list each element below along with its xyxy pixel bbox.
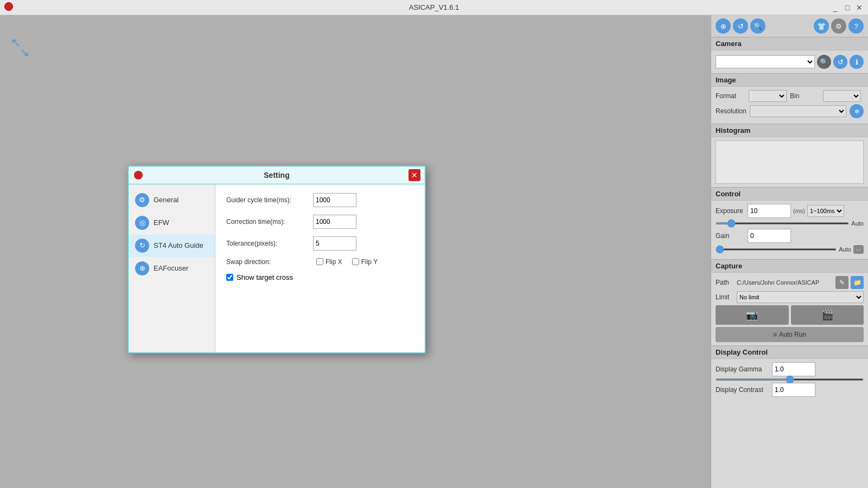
correction-time-input[interactable] [314, 218, 356, 226]
sidebar-icon-shirt[interactable]: 👕 [814, 18, 829, 34]
control-section: Exposure (ms) 1~100ms Auto Gain [711, 201, 868, 259]
gamma-input-wrapper[interactable] [772, 362, 815, 376]
resolution-icon-button[interactable]: ⊕ [850, 104, 864, 118]
path-value: C:/Users/John Connor/ASICAP [737, 279, 833, 286]
limit-dropdown[interactable]: No limit [737, 291, 864, 303]
efw-nav-label: EFW [154, 219, 169, 227]
exposure-input-wrapper[interactable] [748, 204, 791, 218]
resolution-label: Resolution [716, 107, 746, 115]
gain-auto-label: Auto [839, 246, 851, 253]
gain-label: Gain [716, 232, 745, 240]
dialog-sidebar: ⚙ General ◎ EFW ↻ ST4 Auto Guide ⊕ EAFoc… [129, 184, 215, 352]
st4-nav-icon: ↻ [135, 239, 149, 253]
gain-more-button[interactable]: ··· [853, 245, 864, 254]
gain-slider-row: Auto ··· [716, 245, 864, 254]
gamma-slider[interactable] [716, 378, 864, 381]
correction-time-row: Correction time(ms): [226, 215, 414, 229]
camera-info-button[interactable]: ℹ [850, 55, 864, 69]
sidebar-icon-gear[interactable]: ⚙ [831, 18, 846, 34]
main-area: ↖ ↘ Setting ✕ ⚙ General ◎ EFW [0, 15, 711, 488]
gain-input-wrapper[interactable] [748, 229, 791, 243]
eafocuser-nav-icon: ⊕ [135, 261, 149, 275]
flip-x-checkbox[interactable] [316, 258, 323, 265]
setting-dialog: Setting ✕ ⚙ General ◎ EFW ↻ ST4 A [127, 165, 426, 354]
gain-input[interactable] [748, 232, 791, 240]
maximize-button[interactable]: □ [843, 3, 852, 12]
flip-x-item: Flip X [316, 258, 342, 266]
dialog-nav-eafocuser[interactable]: ⊕ EAFocuser [129, 257, 215, 280]
capture-video-button[interactable]: 🎬 [791, 305, 864, 325]
exposure-input[interactable] [748, 207, 791, 215]
path-label: Path [716, 279, 735, 286]
exposure-slider-row: Auto [716, 220, 864, 227]
flip-y-item: Flip Y [352, 258, 378, 266]
gamma-input[interactable] [773, 365, 815, 373]
contrast-input[interactable] [773, 386, 815, 394]
dialog-content: Guider cycle time(ms): Correction time(m… [215, 184, 425, 352]
sidebar-icon-search[interactable]: 🔍 [750, 18, 765, 34]
efw-nav-icon: ◎ [135, 216, 149, 230]
close-button[interactable]: ✕ [855, 3, 864, 12]
st4-nav-label: ST4 Auto Guide [154, 241, 203, 249]
format-dropdown[interactable] [749, 90, 787, 102]
exposure-auto-label: Auto [851, 220, 864, 227]
swap-direction-label: Swap direction: [226, 258, 313, 266]
format-label: Format [716, 92, 745, 100]
show-target-checkbox[interactable] [226, 274, 233, 281]
sidebar-top-icons: ⊕ ↺ 🔍 👕 ⚙ ? [711, 15, 868, 37]
sidebar-icon-help[interactable]: ? [848, 18, 864, 34]
camera-dropdown[interactable] [716, 55, 815, 68]
minimize-button[interactable]: _ [831, 3, 840, 12]
dialog-close-button[interactable]: ✕ [409, 169, 420, 181]
gamma-label: Display Gamma [716, 365, 770, 373]
exposure-range-dropdown[interactable]: 1~100ms [807, 205, 844, 217]
display-section-header: Display Control [711, 345, 868, 359]
modal-overlay: Setting ✕ ⚙ General ◎ EFW ↻ ST4 A [0, 30, 553, 488]
app-icon [4, 2, 15, 13]
auto-run-button[interactable]: ≡ Auto Run [716, 327, 864, 342]
resolution-row: Resolution ⊕ [716, 104, 864, 118]
tolerance-input[interactable] [314, 240, 356, 247]
path-edit-button[interactable]: ✎ [835, 276, 848, 289]
histogram-area [716, 140, 864, 184]
image-section: Format Bin Resolution ⊕ [711, 87, 868, 124]
contrast-input-wrapper[interactable] [772, 383, 815, 397]
dialog-nav-general[interactable]: ⚙ General [129, 189, 215, 211]
flip-y-label[interactable]: Flip Y [361, 258, 378, 266]
camera-refresh-button[interactable]: ↺ [833, 55, 847, 69]
display-section: Display Gamma Display Contrast [711, 359, 868, 402]
tolerance-input-wrapper[interactable] [313, 236, 356, 251]
camera-search-button[interactable]: 🔍 [817, 55, 831, 69]
guider-cycle-input[interactable] [314, 196, 356, 204]
gain-slider[interactable] [716, 248, 837, 251]
flip-x-label[interactable]: Flip X [326, 258, 342, 266]
gain-row: Gain [716, 229, 864, 243]
window-controls: _ □ ✕ [831, 3, 864, 12]
exposure-slider[interactable] [716, 222, 849, 224]
capture-section-header: Capture [711, 259, 868, 273]
sidebar-icon-refresh[interactable]: ↺ [733, 18, 748, 34]
title-bar: ASICAP_V1.6.1 _ □ ✕ [0, 0, 868, 15]
path-folder-button[interactable]: 📁 [851, 276, 864, 289]
sidebar-icon-network[interactable]: ⊕ [716, 18, 731, 34]
exposure-row: Exposure (ms) 1~100ms [716, 204, 864, 218]
sidebar-top-left-icons: ⊕ ↺ 🔍 [716, 18, 765, 34]
dialog-nav-st4[interactable]: ↻ ST4 Auto Guide [129, 234, 215, 257]
show-target-label[interactable]: Show target cross [237, 273, 293, 281]
bin-dropdown[interactable] [823, 90, 861, 102]
dialog-nav-efw[interactable]: ◎ EFW [129, 211, 215, 234]
capture-section: Path C:/Users/John Connor/ASICAP ✎ 📁 Lim… [711, 273, 868, 345]
flip-y-checkbox[interactable] [352, 258, 359, 265]
camera-row: 🔍 ↺ ℹ [716, 55, 864, 69]
guider-cycle-input-wrapper[interactable] [313, 193, 356, 207]
correction-time-label: Correction time(ms): [226, 218, 313, 226]
auto-run-icon: ≡ [773, 331, 777, 338]
tolerance-label: Tolerance(pixels): [226, 240, 313, 247]
camera-section: 🔍 ↺ ℹ [711, 50, 868, 73]
resolution-dropdown[interactable] [750, 105, 846, 117]
eafocuser-nav-label: EAFocuser [154, 264, 188, 272]
capture-photo-button[interactable]: 📷 [716, 305, 789, 325]
correction-time-input-wrapper[interactable] [313, 215, 356, 229]
gamma-row: Display Gamma [716, 362, 864, 376]
bin-label: Bin [790, 92, 820, 100]
